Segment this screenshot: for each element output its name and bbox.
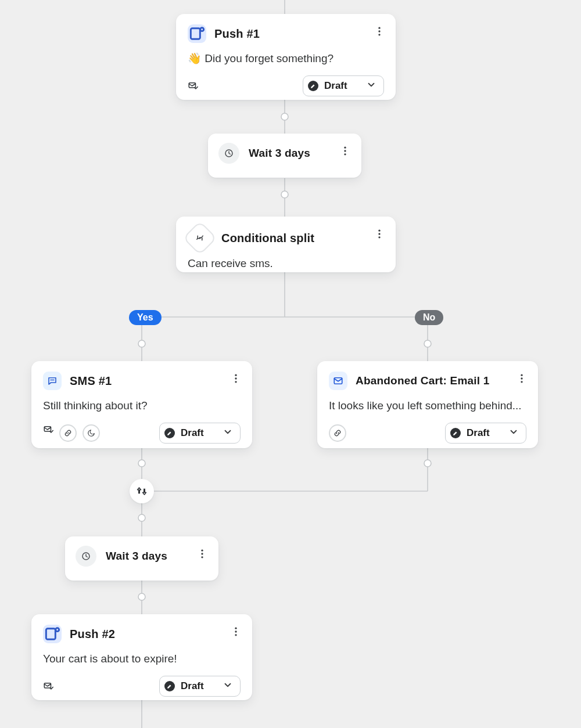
status-label: Draft <box>467 427 490 439</box>
branch-label-yes: Yes <box>129 310 162 325</box>
svg-point-24 <box>378 30 380 32</box>
svg-point-47 <box>56 628 59 632</box>
flow-canvas: Push #1 👋 Did you forget something? Draf… <box>0 0 581 728</box>
svg-point-37 <box>235 381 236 383</box>
reply-icon <box>43 424 53 442</box>
card-push-2[interactable]: Push #2 Your cart is about to expire! Dr… <box>31 614 252 700</box>
more-menu-button[interactable] <box>193 545 211 563</box>
chevron-down-icon <box>223 680 233 693</box>
svg-point-41 <box>521 381 522 383</box>
svg-point-16 <box>138 514 145 521</box>
svg-point-2 <box>281 113 288 120</box>
svg-point-18 <box>138 593 145 600</box>
svg-point-30 <box>378 230 380 232</box>
svg-point-39 <box>521 374 522 376</box>
chevron-down-icon <box>223 427 233 439</box>
draft-status-icon <box>450 428 461 438</box>
svg-rect-34 <box>44 426 51 431</box>
more-menu-button[interactable] <box>227 369 245 388</box>
svg-point-40 <box>521 377 522 379</box>
status-dropdown[interactable]: Draft <box>159 676 241 697</box>
push-icon <box>188 24 206 43</box>
draft-status-icon <box>308 81 318 91</box>
svg-point-32 <box>378 236 380 238</box>
svg-point-36 <box>235 377 236 379</box>
card-email-1[interactable]: Abandoned Cart: Email 1 It looks like yo… <box>317 361 538 448</box>
svg-point-10 <box>424 340 431 347</box>
svg-point-49 <box>235 628 236 629</box>
card-body: 👋 Did you forget something? <box>188 51 384 66</box>
draft-status-icon <box>164 681 175 691</box>
svg-point-45 <box>201 556 203 558</box>
sms-icon <box>43 372 62 390</box>
svg-point-31 <box>378 233 380 235</box>
link-icon <box>329 424 346 442</box>
link-icon <box>59 424 77 442</box>
card-title: SMS #1 <box>70 374 112 388</box>
status-dropdown[interactable]: Draft <box>303 75 384 96</box>
card-conditional-split[interactable]: Conditional split Can receive sms. <box>176 217 396 272</box>
card-title: Abandoned Cart: Email 1 <box>356 374 490 387</box>
email-icon <box>329 372 347 390</box>
svg-rect-20 <box>191 28 200 39</box>
wait-title: Wait 3 days <box>249 147 310 160</box>
chevron-down-icon <box>508 427 519 439</box>
split-body: Can receive sms. <box>188 256 384 271</box>
status-label: Draft <box>181 680 204 692</box>
clock-icon <box>76 546 96 567</box>
svg-point-35 <box>235 374 236 376</box>
chevron-down-icon <box>366 80 376 92</box>
svg-point-8 <box>138 340 145 347</box>
svg-rect-22 <box>189 82 195 87</box>
svg-point-23 <box>378 27 380 29</box>
more-menu-button[interactable] <box>227 622 245 641</box>
svg-point-51 <box>235 634 236 636</box>
svg-point-50 <box>235 630 236 632</box>
more-menu-button[interactable] <box>370 225 389 243</box>
status-label: Draft <box>181 427 204 439</box>
svg-point-12 <box>138 460 145 467</box>
wait-title: Wait 3 days <box>106 550 167 563</box>
more-menu-button[interactable] <box>370 22 389 41</box>
status-label: Draft <box>324 80 347 92</box>
clock-icon <box>218 143 239 164</box>
draft-status-icon <box>164 428 175 438</box>
wave-emoji: 👋 <box>188 52 202 64</box>
card-body: Your cart is about to expire! <box>43 651 241 666</box>
svg-rect-48 <box>44 683 51 687</box>
svg-point-25 <box>378 34 380 35</box>
svg-point-43 <box>201 550 203 552</box>
moon-icon <box>83 424 100 442</box>
svg-point-21 <box>200 28 204 31</box>
card-body: Still thinking about it? <box>43 398 241 413</box>
push-icon <box>43 625 62 643</box>
svg-point-27 <box>344 147 346 149</box>
split-title: Conditional split <box>221 232 314 245</box>
card-sms-1[interactable]: SMS #1 Still thinking about it? Draft <box>31 361 252 448</box>
svg-rect-46 <box>46 629 55 640</box>
status-dropdown[interactable]: Draft <box>159 423 241 444</box>
status-dropdown[interactable]: Draft <box>445 423 526 444</box>
more-menu-button[interactable] <box>512 369 531 388</box>
card-title: Push #1 <box>214 27 260 41</box>
svg-point-4 <box>281 191 288 198</box>
merge-node[interactable] <box>130 479 154 503</box>
reply-icon <box>43 681 53 691</box>
card-wait-2[interactable]: Wait 3 days <box>65 536 218 581</box>
card-title: Push #2 <box>70 628 115 641</box>
svg-point-28 <box>344 150 346 152</box>
branch-label-no: No <box>415 310 443 325</box>
card-body: It looks like you left something behind.… <box>329 398 526 413</box>
more-menu-button[interactable] <box>336 142 354 160</box>
card-push-1[interactable]: Push #1 👋 Did you forget something? Draf… <box>176 14 396 100</box>
reply-icon <box>188 81 198 91</box>
split-icon <box>182 221 217 255</box>
svg-point-14 <box>424 460 431 467</box>
svg-point-29 <box>344 153 346 155</box>
card-wait-1[interactable]: Wait 3 days <box>208 134 361 178</box>
svg-point-44 <box>201 553 203 554</box>
